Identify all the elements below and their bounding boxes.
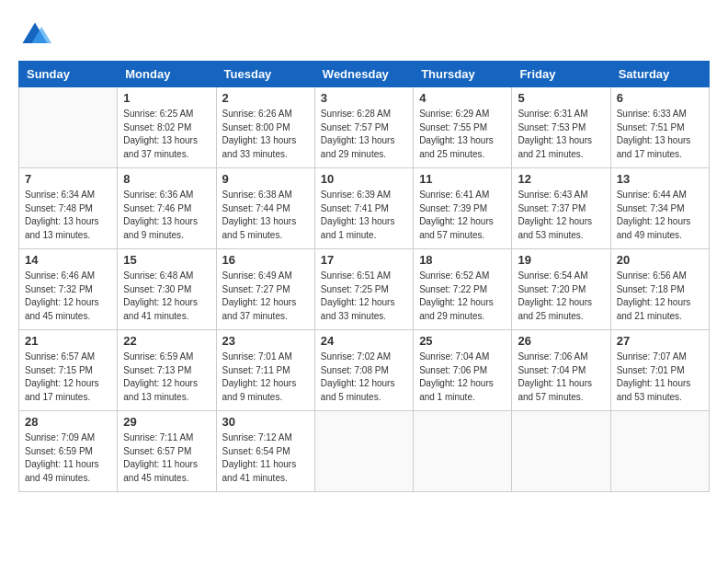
day-info: Sunrise: 6:46 AMSunset: 7:32 PMDaylight:… (25, 270, 111, 323)
day-info: Sunrise: 6:59 AMSunset: 7:13 PMDaylight:… (123, 350, 210, 404)
calendar-cell: 4Sunrise: 6:29 AMSunset: 7:55 PMDaylight… (414, 87, 512, 168)
day-number: 20 (617, 253, 703, 267)
calendar-cell: 5Sunrise: 6:31 AMSunset: 7:53 PMDaylight… (512, 87, 610, 168)
week-row-3: 14Sunrise: 6:46 AMSunset: 7:32 PMDayligh… (19, 249, 710, 330)
weekday-header-sunday: Sunday (19, 62, 118, 87)
calendar-cell: 9Sunrise: 6:38 AMSunset: 7:44 PMDaylight… (216, 168, 314, 249)
calendar-cell: 25Sunrise: 7:04 AMSunset: 7:06 PMDayligh… (414, 330, 512, 411)
day-number: 17 (321, 253, 407, 267)
week-row-1: 1Sunrise: 6:25 AMSunset: 8:02 PMDaylight… (19, 87, 710, 168)
day-info: Sunrise: 6:48 AMSunset: 7:30 PMDaylight:… (123, 270, 210, 323)
calendar-cell: 8Sunrise: 6:36 AMSunset: 7:46 PMDaylight… (118, 168, 216, 249)
calendar-cell: 7Sunrise: 6:34 AMSunset: 7:48 PMDaylight… (19, 168, 118, 249)
calendar-cell: 11Sunrise: 6:41 AMSunset: 7:39 PMDayligh… (414, 168, 512, 249)
day-info: Sunrise: 7:04 AMSunset: 7:06 PMDaylight:… (419, 350, 506, 404)
day-info: Sunrise: 7:01 AMSunset: 7:11 PMDaylight:… (222, 350, 309, 404)
day-number: 11 (419, 172, 506, 186)
weekday-header-monday: Monday (118, 62, 216, 87)
day-info: Sunrise: 6:44 AMSunset: 7:34 PMDaylight:… (617, 189, 703, 242)
weekday-header-thursday: Thursday (414, 62, 512, 87)
calendar-cell (19, 87, 118, 168)
day-number: 13 (617, 172, 703, 186)
day-number: 12 (518, 172, 604, 186)
weekday-header-tuesday: Tuesday (216, 62, 314, 87)
day-number: 5 (518, 91, 604, 105)
weekday-header-saturday: Saturday (610, 62, 709, 87)
day-number: 14 (25, 253, 111, 267)
calendar-cell: 18Sunrise: 6:52 AMSunset: 7:22 PMDayligh… (414, 249, 512, 330)
day-info: Sunrise: 6:54 AMSunset: 7:20 PMDaylight:… (518, 270, 604, 323)
day-number: 27 (617, 334, 703, 348)
day-info: Sunrise: 7:02 AMSunset: 7:08 PMDaylight:… (321, 350, 407, 404)
calendar-cell: 6Sunrise: 6:33 AMSunset: 7:51 PMDaylight… (610, 87, 709, 168)
day-info: Sunrise: 7:11 AMSunset: 6:57 PMDaylight:… (123, 431, 210, 485)
calendar-cell: 21Sunrise: 6:57 AMSunset: 7:15 PMDayligh… (19, 330, 118, 411)
day-info: Sunrise: 6:43 AMSunset: 7:37 PMDaylight:… (518, 189, 604, 242)
day-number: 29 (123, 415, 210, 429)
calendar-cell (414, 411, 512, 492)
day-info: Sunrise: 6:25 AMSunset: 8:02 PMDaylight:… (123, 108, 210, 161)
day-info: Sunrise: 7:07 AMSunset: 7:01 PMDaylight:… (617, 350, 703, 404)
calendar-cell: 13Sunrise: 6:44 AMSunset: 7:34 PMDayligh… (610, 168, 709, 249)
calendar-cell: 22Sunrise: 6:59 AMSunset: 7:13 PMDayligh… (118, 330, 216, 411)
week-row-4: 21Sunrise: 6:57 AMSunset: 7:15 PMDayligh… (19, 330, 710, 411)
day-number: 1 (123, 91, 210, 105)
day-info: Sunrise: 6:31 AMSunset: 7:53 PMDaylight:… (518, 108, 604, 161)
calendar-cell: 19Sunrise: 6:54 AMSunset: 7:20 PMDayligh… (512, 249, 610, 330)
logo-icon (18, 18, 51, 52)
calendar-cell: 1Sunrise: 6:25 AMSunset: 8:02 PMDaylight… (118, 87, 216, 168)
calendar-cell: 2Sunrise: 6:26 AMSunset: 8:00 PMDaylight… (216, 87, 314, 168)
page-header (18, 18, 710, 52)
day-number: 8 (123, 172, 210, 186)
weekday-header-wednesday: Wednesday (314, 62, 413, 87)
day-number: 25 (419, 334, 506, 348)
logo (18, 18, 57, 52)
day-info: Sunrise: 6:28 AMSunset: 7:57 PMDaylight:… (321, 108, 407, 161)
day-info: Sunrise: 6:49 AMSunset: 7:27 PMDaylight:… (222, 270, 309, 323)
calendar-cell: 17Sunrise: 6:51 AMSunset: 7:25 PMDayligh… (314, 249, 413, 330)
day-number: 2 (222, 91, 309, 105)
day-info: Sunrise: 6:26 AMSunset: 8:00 PMDaylight:… (222, 108, 309, 161)
calendar-cell (314, 411, 413, 492)
calendar-cell: 28Sunrise: 7:09 AMSunset: 6:59 PMDayligh… (19, 411, 118, 492)
weekday-header-friday: Friday (512, 62, 610, 87)
day-info: Sunrise: 6:38 AMSunset: 7:44 PMDaylight:… (222, 189, 309, 242)
calendar-cell: 24Sunrise: 7:02 AMSunset: 7:08 PMDayligh… (314, 330, 413, 411)
calendar-cell: 26Sunrise: 7:06 AMSunset: 7:04 PMDayligh… (512, 330, 610, 411)
calendar-cell: 10Sunrise: 6:39 AMSunset: 7:41 PMDayligh… (314, 168, 413, 249)
day-number: 9 (222, 172, 309, 186)
week-row-5: 28Sunrise: 7:09 AMSunset: 6:59 PMDayligh… (19, 411, 710, 492)
day-info: Sunrise: 7:06 AMSunset: 7:04 PMDaylight:… (518, 350, 604, 404)
day-number: 21 (25, 334, 111, 348)
calendar-cell: 14Sunrise: 6:46 AMSunset: 7:32 PMDayligh… (19, 249, 118, 330)
calendar-cell: 27Sunrise: 7:07 AMSunset: 7:01 PMDayligh… (610, 330, 709, 411)
day-number: 4 (419, 91, 506, 105)
day-number: 28 (25, 415, 111, 429)
day-info: Sunrise: 6:41 AMSunset: 7:39 PMDaylight:… (419, 189, 506, 242)
calendar-cell: 30Sunrise: 7:12 AMSunset: 6:54 PMDayligh… (216, 411, 314, 492)
day-number: 19 (518, 253, 604, 267)
day-info: Sunrise: 6:36 AMSunset: 7:46 PMDaylight:… (123, 189, 210, 242)
day-number: 30 (222, 415, 309, 429)
day-number: 22 (123, 334, 210, 348)
day-number: 15 (123, 253, 210, 267)
week-row-2: 7Sunrise: 6:34 AMSunset: 7:48 PMDaylight… (19, 168, 710, 249)
day-number: 18 (419, 253, 506, 267)
day-number: 23 (222, 334, 309, 348)
calendar: SundayMondayTuesdayWednesdayThursdayFrid… (18, 61, 710, 492)
calendar-cell: 15Sunrise: 6:48 AMSunset: 7:30 PMDayligh… (118, 249, 216, 330)
day-number: 6 (617, 91, 703, 105)
day-number: 16 (222, 253, 309, 267)
calendar-cell (610, 411, 709, 492)
calendar-cell: 3Sunrise: 6:28 AMSunset: 7:57 PMDaylight… (314, 87, 413, 168)
day-info: Sunrise: 6:56 AMSunset: 7:18 PMDaylight:… (617, 270, 703, 323)
day-info: Sunrise: 6:57 AMSunset: 7:15 PMDaylight:… (25, 350, 111, 404)
day-info: Sunrise: 7:12 AMSunset: 6:54 PMDaylight:… (222, 431, 309, 485)
day-number: 10 (321, 172, 407, 186)
day-number: 7 (25, 172, 111, 186)
day-info: Sunrise: 6:52 AMSunset: 7:22 PMDaylight:… (419, 270, 506, 323)
calendar-cell: 12Sunrise: 6:43 AMSunset: 7:37 PMDayligh… (512, 168, 610, 249)
calendar-cell: 23Sunrise: 7:01 AMSunset: 7:11 PMDayligh… (216, 330, 314, 411)
calendar-cell: 20Sunrise: 6:56 AMSunset: 7:18 PMDayligh… (610, 249, 709, 330)
day-info: Sunrise: 6:51 AMSunset: 7:25 PMDaylight:… (321, 270, 407, 323)
